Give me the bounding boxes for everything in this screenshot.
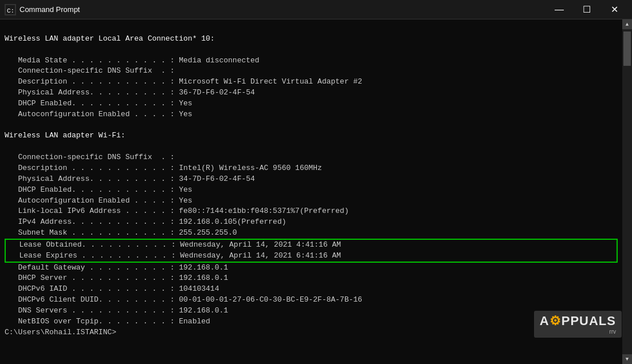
terminal-line: DHCPv6 IAID . . . . . . . . . . . : 1041… <box>5 284 618 295</box>
terminal-line: DHCP Enabled. . . . . . . . . . . : Yes <box>5 98 618 109</box>
terminal-line: Connection-specific DNS Suffix . : <box>5 66 618 77</box>
scroll-down-arrow[interactable]: ▼ <box>622 354 632 364</box>
terminal-line: DHCPv6 Client DUID. . . . . . . . : 00-0… <box>5 295 618 306</box>
terminal-line: DHCP Server . . . . . . . . . . . : 192.… <box>5 273 618 284</box>
scrollbar-track <box>622 29 632 354</box>
app-icon: C: <box>5 4 16 15</box>
watermark: A⚙PPUALS rrv <box>534 311 622 338</box>
terminal-line: Physical Address. . . . . . . . . : 36-7… <box>5 88 618 98</box>
close-button[interactable]: ✕ <box>601 0 627 19</box>
terminal-line: Default Gateway . . . . . . . . . : 192.… <box>5 263 618 274</box>
terminal-line: Wireless LAN adapter Wi-Fi: <box>5 130 618 141</box>
terminal-line: Subnet Mask . . . . . . . . . . . : 255.… <box>5 228 618 239</box>
terminal-line <box>5 23 618 34</box>
window: C: Command Prompt — ☐ ✕ Wireless LAN ada… <box>0 0 632 364</box>
terminal-line: Description . . . . . . . . . . . : Micr… <box>5 77 618 88</box>
terminal-line <box>5 141 618 152</box>
terminal-line: Description . . . . . . . . . . . : Inte… <box>5 163 618 174</box>
terminal-line: NetBIOS over Tcpip. . . . . . . . : Enab… <box>5 316 618 327</box>
watermark-gear-icon: ⚙ <box>549 314 562 328</box>
terminal-line <box>5 120 618 131</box>
terminal-output[interactable]: Wireless LAN adapter Local Area Connecti… <box>0 19 622 364</box>
title-bar: C: Command Prompt — ☐ ✕ <box>0 0 632 19</box>
terminal-line: Wireless LAN adapter Local Area Connecti… <box>5 34 618 45</box>
watermark-text: A⚙PPUALS <box>540 314 616 329</box>
watermark-sub: rrv <box>540 329 616 335</box>
terminal-line: IPv4 Address. . . . . . . . . . . : 192.… <box>5 217 618 228</box>
terminal-line <box>5 45 618 56</box>
terminal-prompt: C:\Users\Rohail.ISTARINC> <box>5 327 618 338</box>
terminal-line: Autoconfiguration Enabled . . . . : Yes <box>5 196 618 207</box>
window-controls: — ☐ ✕ <box>546 0 627 19</box>
scrollbar-thumb[interactable] <box>623 31 631 66</box>
window-title: Command Prompt <box>19 5 546 14</box>
svg-text:C:: C: <box>7 7 14 14</box>
highlighted-block: Lease Obtained. . . . . . . . . . : Wedn… <box>5 239 618 263</box>
terminal-line: Media State . . . . . . . . . . . : Medi… <box>5 56 618 66</box>
terminal-line: Lease Obtained. . . . . . . . . . : Wedn… <box>6 240 617 251</box>
terminal-line: Autoconfiguration Enabled . . . . : Yes <box>5 109 618 120</box>
scrollbar[interactable]: ▲ ▼ <box>622 19 632 364</box>
terminal-line: DNS Servers . . . . . . . . . . . : 192.… <box>5 306 618 316</box>
terminal-line: Connection-specific DNS Suffix . : <box>5 152 618 163</box>
terminal-line: Link-local IPv6 Address . . . . . : fe80… <box>5 206 618 217</box>
content-wrap: Wireless LAN adapter Local Area Connecti… <box>0 19 632 364</box>
terminal-line: DHCP Enabled. . . . . . . . . . . : Yes <box>5 185 618 196</box>
scroll-up-arrow[interactable]: ▲ <box>622 19 632 29</box>
terminal-line: Physical Address. . . . . . . . . : 34-7… <box>5 174 618 185</box>
restore-button[interactable]: ☐ <box>574 0 600 19</box>
minimize-button[interactable]: — <box>546 0 572 19</box>
terminal-line: Lease Expires . . . . . . . . . . : Wedn… <box>6 251 617 262</box>
